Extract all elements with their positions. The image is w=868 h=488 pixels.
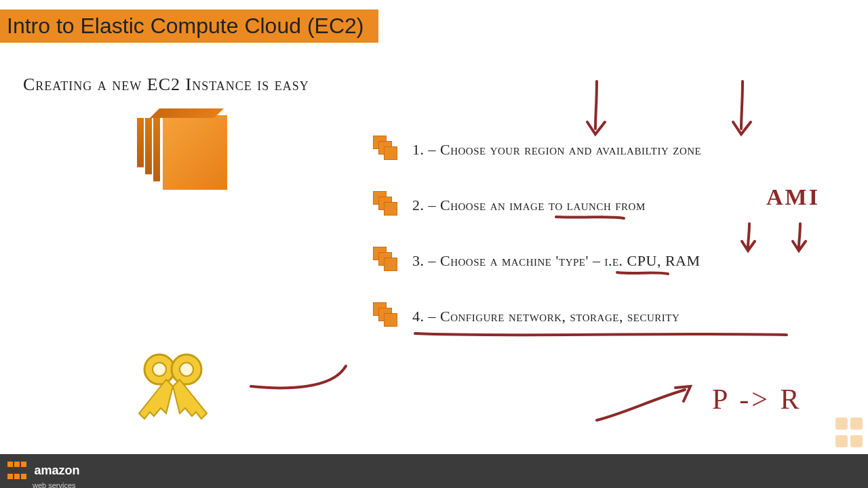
- annotation-p-to-r: P -> R: [712, 383, 802, 415]
- ssh-keys-icon: [119, 346, 227, 427]
- decorative-dots: [834, 416, 864, 451]
- step-number: 4.: [412, 308, 425, 325]
- step-number: 3.: [412, 252, 425, 269]
- svg-point-3: [180, 363, 193, 376]
- aws-logo: amazon web services: [7, 458, 79, 488]
- brand-text: amazon: [34, 464, 79, 478]
- step-4: 4. – Configure network, storage, securit…: [412, 308, 679, 325]
- annotation-ami: AMI: [766, 184, 820, 210]
- step-text: – Choose an image to launch from: [429, 197, 646, 214]
- step-text: – Configure network, storage, security: [429, 308, 680, 325]
- stack-icon: [373, 136, 400, 163]
- step-text: – Choose a machine 'type' – i.e. CPU, RA…: [429, 252, 701, 269]
- step-3: 3. – Choose a machine 'type' – i.e. CPU,…: [412, 252, 701, 270]
- svg-point-1: [153, 363, 166, 376]
- step-text: – Choose your region and availabiltiy zo…: [429, 141, 702, 158]
- ec2-service-icon: [136, 108, 231, 203]
- stack-icon: [373, 302, 400, 329]
- brand-subtext: web services: [33, 481, 79, 488]
- slide-title: Intro to Elastic Compute Cloud (EC2): [0, 9, 378, 43]
- footer-bar: amazon web services: [0, 454, 868, 488]
- step-2: 2. – Choose an image to launch from: [412, 197, 646, 214]
- step-number: 1.: [412, 141, 425, 158]
- stack-icon: [373, 191, 400, 218]
- step-1: 1. – Choose your region and availabiltiy…: [412, 141, 701, 159]
- step-number: 2.: [412, 197, 425, 214]
- slide-subtitle: Creating a new EC2 Instance is easy: [23, 75, 309, 95]
- stack-icon: [373, 247, 400, 274]
